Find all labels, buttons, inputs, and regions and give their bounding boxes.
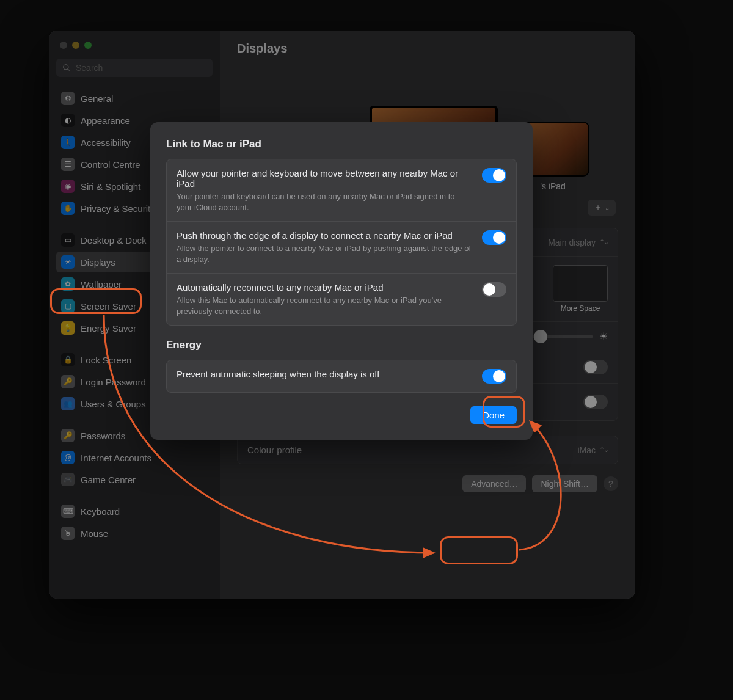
energy-row-0: Prevent automatic sleeping when the disp… bbox=[167, 360, 516, 392]
link-toggle-0[interactable] bbox=[482, 168, 506, 183]
sidebar-item-mouse[interactable]: 🖱Mouse bbox=[56, 523, 213, 544]
help-button[interactable]: ? bbox=[604, 476, 618, 491]
resolution-option-more-space[interactable] bbox=[553, 265, 608, 302]
sidebar-item-label: General bbox=[81, 93, 113, 104]
energy-title-0: Prevent automatic sleeping when the disp… bbox=[177, 369, 472, 379]
sidebar-item-label: Passwords bbox=[81, 431, 125, 441]
at-icon: @ bbox=[61, 451, 75, 464]
night-shift-button[interactable]: Night Shift… bbox=[532, 475, 597, 492]
dock-icon: ▭ bbox=[61, 233, 75, 247]
sidebar-item-keyboard[interactable]: ⌨︎Keyboard bbox=[56, 501, 213, 522]
link-settings-block: Allow your pointer and keyboard to move … bbox=[166, 159, 517, 326]
sidebar-item-label: Mouse bbox=[81, 528, 108, 539]
resolution-label-more-space: More Space bbox=[553, 304, 608, 313]
use-as-value: Main display bbox=[548, 238, 596, 247]
sidebar-item-label: Energy Saver bbox=[81, 323, 136, 334]
done-button[interactable]: Done bbox=[470, 406, 517, 424]
auto-brightness-toggle[interactable] bbox=[583, 360, 608, 374]
keyround-icon: 🔑 bbox=[61, 429, 75, 442]
sidebar-item-label: Privacy & Security bbox=[81, 203, 155, 214]
energy-section-title: Energy bbox=[166, 339, 517, 351]
advanced-button[interactable]: Advanced… bbox=[462, 475, 526, 492]
advanced-sheet: Link to Mac or iPad Allow your pointer a… bbox=[150, 122, 533, 440]
sidebar-item-label: Wallpaper bbox=[81, 279, 122, 290]
key-icon: 🔑 bbox=[61, 375, 75, 388]
sun-icon: ☀ bbox=[61, 255, 75, 269]
sidebar-item-label: Screen Saver bbox=[81, 301, 136, 312]
footer-buttons: Advanced… Night Shift… ? bbox=[237, 475, 618, 492]
colour-profile-block: Colour profile iMac ⌃⌄ bbox=[237, 436, 618, 464]
gear-icon: ⚙︎ bbox=[61, 92, 75, 105]
window-controls bbox=[56, 39, 213, 57]
sidebar-item-label: Appearance bbox=[81, 115, 130, 126]
chevron-down-icon: ⌄ bbox=[605, 205, 610, 211]
energy-toggle-0[interactable] bbox=[482, 369, 506, 384]
link-title-2: Automatically reconnect to any nearby Ma… bbox=[177, 282, 472, 293]
sidebar-item-label: Desktop & Dock bbox=[81, 235, 147, 246]
screen-icon: ▢ bbox=[61, 299, 75, 313]
game-icon: 🎮 bbox=[61, 473, 75, 486]
sidebar-item-label: Lock Screen bbox=[81, 355, 131, 365]
sidebar-item-label: Accessibility bbox=[81, 137, 131, 148]
true-tone-toggle[interactable] bbox=[583, 395, 608, 409]
sun-bright-icon: ☀ bbox=[599, 330, 608, 342]
bulb-icon: 💡 bbox=[61, 321, 75, 335]
contrast-icon: ◐ bbox=[61, 114, 75, 127]
lock-icon: 🔒 bbox=[61, 353, 75, 366]
fullscreen-button[interactable] bbox=[84, 42, 92, 49]
popup-chevrons-icon: ⌃⌄ bbox=[599, 238, 608, 246]
link-row-0: Allow your pointer and keyboard to move … bbox=[167, 159, 516, 222]
flower-icon: ✿ bbox=[61, 277, 75, 291]
sliders-icon: ☰ bbox=[61, 158, 75, 171]
siri-icon: ◉ bbox=[61, 180, 75, 193]
sidebar-item-game-center[interactable]: 🎮Game Center bbox=[56, 469, 213, 490]
close-button[interactable] bbox=[60, 42, 67, 49]
sidebar-item-label: Internet Accounts bbox=[81, 453, 151, 463]
person-icon: 🚶 bbox=[61, 136, 75, 149]
sidebar-item-internet-accounts[interactable]: @Internet Accounts bbox=[56, 447, 213, 468]
search-input[interactable] bbox=[75, 62, 206, 73]
link-title-0: Allow your pointer and keyboard to move … bbox=[177, 168, 472, 189]
link-toggle-1[interactable] bbox=[482, 230, 506, 245]
add-display-menu[interactable]: ＋ ⌄ bbox=[588, 200, 616, 216]
sidebar-item-label: Control Centre bbox=[81, 159, 140, 170]
sidebar-item-label: Keyboard bbox=[81, 506, 120, 517]
link-section-title: Link to Mac or iPad bbox=[166, 138, 517, 150]
link-desc-2: Allow this Mac to automatically reconnec… bbox=[177, 295, 472, 316]
link-desc-1: Allow the pointer to connect to a nearby… bbox=[177, 243, 472, 264]
minimize-button[interactable] bbox=[72, 42, 79, 49]
sidebar-item-label: Displays bbox=[81, 257, 115, 268]
colour-profile-row[interactable]: Colour profile iMac ⌃⌄ bbox=[238, 436, 618, 464]
page-title: Displays bbox=[237, 42, 618, 56]
sidebar-item-label: Siri & Spotlight bbox=[81, 181, 140, 192]
hand-icon: ✋ bbox=[61, 202, 75, 215]
search-icon bbox=[62, 64, 71, 72]
search-field[interactable] bbox=[56, 59, 213, 77]
colour-profile-label: Colour profile bbox=[247, 445, 302, 455]
keyboard-icon: ⌨︎ bbox=[61, 505, 75, 518]
link-title-1: Push through the edge of a display to co… bbox=[177, 230, 472, 241]
users-icon: 👥 bbox=[61, 397, 75, 410]
link-toggle-2[interactable] bbox=[482, 282, 506, 297]
plus-icon: ＋ bbox=[594, 202, 602, 213]
svg-line-1 bbox=[68, 69, 70, 71]
mouse-icon: 🖱 bbox=[61, 527, 75, 540]
link-desc-0: Your pointer and keyboard can be used on… bbox=[177, 191, 472, 213]
popup-chevrons-icon: ⌃⌄ bbox=[599, 446, 608, 454]
sidebar-item-label: Login Password bbox=[81, 377, 146, 387]
sidebar-item-general[interactable]: ⚙︎General bbox=[56, 88, 213, 109]
colour-profile-value: iMac bbox=[577, 445, 596, 455]
sidebar-item-label: Game Center bbox=[81, 475, 136, 485]
link-row-1: Push through the edge of a display to co… bbox=[167, 222, 516, 274]
svg-point-0 bbox=[64, 65, 68, 70]
link-row-2: Automatically reconnect to any nearby Ma… bbox=[167, 274, 516, 325]
energy-settings-block: Prevent automatic sleeping when the disp… bbox=[166, 360, 517, 393]
sidebar-item-label: Users & Groups bbox=[81, 399, 146, 409]
